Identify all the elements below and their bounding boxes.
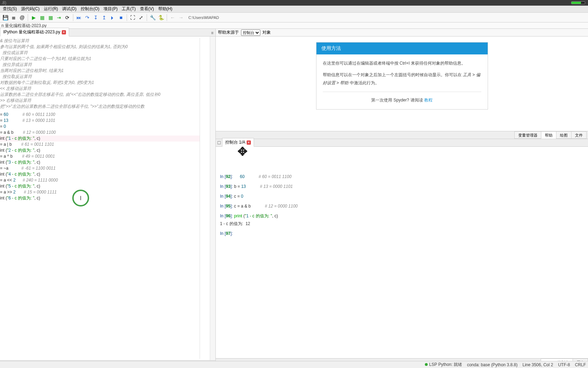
console-tabs: ☐ 控制台 1/A ✕ [216,139,588,147]
file-path-bar: n 量化编程基础-2023.py [0,22,588,29]
tab-variable-explorer[interactable]: 变量管理器 [514,131,541,139]
help-footer: 第一次使用 Spyder? 请阅读 教程 [323,92,481,104]
menu-find[interactable]: 查找(S) [1,5,19,13]
fullscreen-icon[interactable]: ⤢ [137,14,145,21]
move-cursor-icon: ✥ [238,147,247,155]
status-encoding: UTF-8 [558,362,570,367]
menu-help[interactable]: 帮助(H) [156,5,175,13]
help-panel: 使用方法 在这里你可以通过在编辑器或者终端中按 Ctrl+I 来获得任何对象的帮… [216,37,588,131]
menu-source[interactable]: 源代码(C) [19,5,42,13]
tab-files[interactable]: 文件 [571,131,587,139]
list-icon[interactable]: ≣ [10,14,18,21]
continue-icon[interactable]: ⏵ [109,14,116,21]
version-label: .8) [1,0,6,5]
menu-project[interactable]: 项目(P) [101,5,120,13]
help-box-title: 使用方法 [316,42,488,54]
console-tab-label: 控制台 1/A [225,139,245,145]
menu-bar: 查找(S) 源代码(C) 运行(R) 调试(D) 控制台(O) 项目(P) 工具… [0,6,588,13]
menu-console[interactable]: 控制台(O) [79,5,101,13]
menu-tools[interactable]: 工具(T) [120,5,138,13]
run-cell-advance-icon[interactable]: ▦ [47,14,54,21]
at-icon[interactable]: @ [18,14,26,21]
status-cursor: Line 3506, Col 2 [522,362,553,367]
help-usage-box: 使用方法 在这里你可以通过在编辑器或者终端中按 Ctrl+I 来获得任何对象的帮… [316,42,488,110]
main-toolbar: 💾 ≣ @ ▶ ▦ ▦ ⇥ ⟳ ⏭ ↷ ↧ ↥ ⏵ ■ ⛶ ⤢ 🔧 🐍 ← → … [0,13,588,22]
run-icon[interactable]: ▶ [30,14,38,21]
help-line2: 帮助信息可以在一个对象之后加上一个左圆括号的时候自动显示。你可以在 工具 > 偏… [323,71,481,87]
back-icon[interactable]: ← [169,14,176,21]
help-line1: 在这里你可以通过在编辑器或者终端中按 Ctrl+I 来获得任何对象的帮助信息。 [323,59,481,67]
code-editor[interactable]: & 按位与运算符参与运算的两个值, 如果两个相应位都为1, 则该位的结果为1, … [0,37,215,360]
step-in-icon[interactable]: ↧ [92,14,100,21]
vertical-scrollbar[interactable] [210,37,215,360]
preferences-icon[interactable]: 🔧 [149,14,156,21]
step-over-icon[interactable]: ↷ [83,14,91,21]
editor-tab-label: IPython 量化编程基础-2023.py [3,29,60,35]
help-box-body: 在这里你可以通过在编辑器或者终端中按 Ctrl+I 来获得任何对象的帮助信息。 … [316,54,488,109]
status-bar: LSP Python: 就绪 conda: base (Python 3.8.8… [0,361,588,368]
file-path-text: n 量化编程基础-2023.py [1,23,47,28]
console-tab-active[interactable]: 控制台 1/A ✕ [222,138,254,147]
menu-run[interactable]: 运行(R) [42,5,60,13]
forward-icon[interactable]: → [177,14,185,21]
working-dir-label: C:\Users\MIAPAD [188,15,219,20]
help-tabs: 变量管理器 帮助 绘图 文件 [216,131,588,139]
ipython-console[interactable]: ✥ In [92]: 60 # 60 = 0011 1100In [93]: b… [216,147,588,358]
close-icon[interactable]: ✕ [62,30,66,34]
menu-debug[interactable]: 调试(D) [60,5,79,13]
status-lsp: LSP Python: 就绪 [425,362,462,368]
maximize-icon[interactable]: ⛶ [129,14,136,21]
stop-icon[interactable]: ■ [117,14,125,21]
battery-indicator [571,1,585,4]
help-source-select[interactable]: 控制台 [241,29,260,36]
status-eol: CRLF [575,362,586,367]
editor-tabs: IPython 量化编程基础-2023.py ✕ ≡ [0,29,215,37]
tab-help[interactable]: 帮助 [541,131,556,139]
step-out-icon[interactable]: ↥ [100,14,108,21]
outline-icon[interactable]: ≡ [209,30,215,36]
status-conda: conda: base (Python 3.8.8) [467,362,517,367]
help-header: 帮助来源于 控制台 对象 [216,29,588,37]
editor-tab-active[interactable]: IPython 量化编程基础-2023.py ✕ [0,28,69,37]
tab-plots[interactable]: 绘图 [556,131,572,139]
debug-icon[interactable]: ⏭ [75,14,83,21]
close-icon[interactable]: ✕ [247,140,251,145]
save-icon[interactable]: 💾 [1,14,9,21]
right-pane: 帮助来源于 控制台 对象 使用方法 在这里你可以通过在编辑器或者终端中按 Ctr… [216,29,588,366]
python-path-icon[interactable]: 🐍 [157,14,165,21]
menu-view[interactable]: 查看(V) [138,5,156,13]
run-cell-icon[interactable]: ▦ [38,14,46,21]
tutorial-link[interactable]: 教程 [424,98,433,103]
os-titlebar: .8) [0,0,588,6]
status-dot-icon [425,363,428,366]
help-object-label: 对象 [262,29,271,35]
help-source-label: 帮助来源于 [218,29,239,35]
run-selection-icon[interactable]: ⇥ [55,14,63,21]
restart-icon[interactable]: ⟳ [64,14,71,21]
editor-pane: IPython 量化编程基础-2023.py ✕ ≡ & 按位与运算符参与运算的… [0,29,216,366]
console-options-icon[interactable]: ☐ [216,139,222,146]
